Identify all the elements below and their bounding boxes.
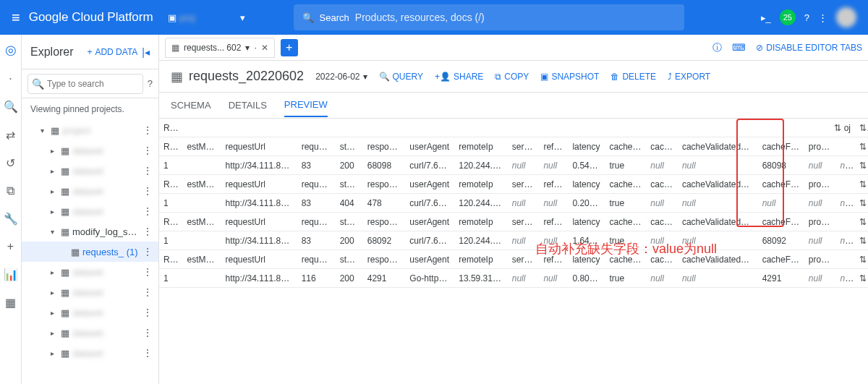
column-header[interactable]: cacheValidatedWithOriginServer	[678, 142, 758, 152]
avatar[interactable]	[836, 7, 856, 27]
search-help-icon[interactable]: ?	[148, 78, 153, 89]
settings-icon[interactable]: 🔧	[4, 212, 18, 226]
column-header[interactable]: cacheHit	[646, 179, 678, 189]
column-header[interactable]: userAgent	[405, 179, 454, 189]
shortcut-icon[interactable]: ⌨	[732, 42, 746, 53]
disable-editor-tabs-button[interactable]: ⊘ DISABLE EDITOR TABS	[756, 43, 862, 53]
column-header[interactable]: responseSize	[363, 142, 406, 152]
more-vert-icon[interactable]: ⋮	[142, 226, 153, 237]
column-header[interactable]: requestSize	[297, 179, 336, 189]
column-header[interactable]: protocol	[804, 255, 836, 265]
history-icon[interactable]: ↺	[6, 156, 15, 170]
column-header[interactable]: cacheLookup	[605, 142, 647, 152]
column-header[interactable]: cacheFillBytes	[758, 217, 804, 227]
new-tab-button[interactable]: +	[281, 39, 298, 56]
column-header[interactable]: ⇅	[855, 179, 868, 189]
sort-icon[interactable]: ⇅	[859, 255, 868, 265]
tab-schema[interactable]: SCHEMA	[171, 94, 211, 116]
column-header[interactable]: requestUrl	[221, 255, 297, 265]
global-search[interactable]: 🔍 Search	[294, 4, 684, 30]
dot-icon[interactable]: ·	[9, 72, 12, 85]
sort-icon[interactable]: ⇅	[859, 236, 868, 246]
column-header[interactable]: responseSize	[363, 217, 406, 227]
column-header[interactable]: latency	[568, 179, 605, 189]
delete-button[interactable]: 🗑 DELETE	[610, 72, 656, 82]
column-header[interactable]: requestSize	[297, 142, 336, 152]
sort-icon[interactable]: ⇅	[859, 161, 868, 171]
more-vert-icon[interactable]: ⋮	[142, 327, 153, 338]
column-header[interactable]: remoteIp	[454, 255, 508, 265]
collapse-panel-icon[interactable]: |◂	[142, 46, 150, 58]
bigquery-icon[interactable]: ◎	[5, 42, 17, 58]
more-vert-icon[interactable]: ⋮	[142, 205, 153, 217]
column-header[interactable]: ⇅	[855, 217, 868, 227]
column-header[interactable]: userAgent	[405, 255, 454, 265]
chevron-down-icon[interactable]: ▾	[245, 43, 250, 53]
more-vert-icon[interactable]: ⋮	[142, 286, 153, 298]
tree-item[interactable]: ▾ ▦ modify_log_schema ⋮	[22, 221, 158, 242]
column-header[interactable]: requestUrl	[221, 142, 297, 152]
add-data-button[interactable]: + ADD DATA	[87, 47, 137, 57]
table-row[interactable]: 1http://34.111.88.222/1.jpeg8320068098cu…	[159, 156, 868, 175]
tree-item[interactable]: ▸ ▦ dataset ⋮	[22, 181, 158, 201]
editor-tab[interactable]: ▦ requests... 602 ▾ · ✕	[165, 38, 275, 58]
column-header[interactable]: cacheValidatedWithOriginServer	[678, 179, 758, 189]
sort-icon[interactable]: ⇅	[859, 217, 868, 227]
add-icon[interactable]: +	[7, 240, 14, 253]
column-header[interactable]: cacheLookup	[605, 217, 647, 227]
column-header[interactable]: responseSize	[363, 179, 406, 189]
tune-icon[interactable]: ⇄	[6, 128, 15, 142]
column-header[interactable]: cacheFillBytes	[758, 142, 804, 152]
tree-item[interactable]: ▸ ▦ dataset ⋮	[22, 161, 158, 181]
column-header[interactable]: cacheHit	[646, 142, 678, 152]
export-button[interactable]: ⤴ EXPORT	[668, 72, 710, 82]
tree-item[interactable]: ▸ ▦ dataset ⋮	[22, 343, 158, 363]
tree-item[interactable]: ▸ ▦ dataset ⋮	[22, 323, 158, 343]
column-header[interactable]: serverIp	[508, 255, 540, 265]
search-rail-icon[interactable]: 🔍	[4, 100, 18, 114]
more-vert-icon[interactable]: ⋮	[142, 165, 153, 176]
column-header[interactable]: Row	[159, 142, 183, 152]
column-header[interactable]: referer	[539, 217, 568, 227]
table-row[interactable]: 1http://34.111.88.222/2.jpeg83404478curl…	[159, 194, 868, 213]
column-header[interactable]: Row	[159, 179, 183, 189]
more-vert-icon[interactable]: ⋮	[142, 307, 153, 318]
column-header[interactable]: remoteIp	[454, 179, 508, 189]
tree-item[interactable]: ▦ requests_ (1) ⋮	[22, 242, 158, 262]
table-row[interactable]: 1http://34.111.88.222/1.jpeg8320068092cu…	[159, 231, 868, 250]
close-tab-icon[interactable]: ✕	[261, 43, 268, 53]
column-header[interactable]: cacheHit	[646, 217, 678, 227]
search-input[interactable]	[355, 12, 676, 23]
column-header[interactable]: requestUrl	[221, 179, 297, 189]
column-header[interactable]: status	[336, 255, 363, 265]
column-header[interactable]: Row	[159, 255, 183, 265]
explorer-search-input[interactable]	[27, 74, 143, 94]
column-header[interactable]: remoteIp	[454, 217, 508, 227]
tab-preview[interactable]: PREVIEW	[284, 93, 328, 117]
partition-date-selector[interactable]: 2022-06-02▾	[315, 72, 367, 82]
tree-item[interactable]: ▾ ▦ project ⋮	[22, 120, 158, 140]
column-header[interactable]: estMethod	[183, 179, 221, 189]
column-header[interactable]: estMethod	[183, 142, 221, 152]
sort-icon[interactable]: ⇅	[859, 273, 868, 283]
sort-icon[interactable]: ⇅	[859, 198, 868, 208]
tab-details[interactable]: DETAILS	[229, 94, 267, 116]
column-header[interactable]: userAgent	[405, 142, 454, 152]
snapshot-button[interactable]: ▣ SNAPSHOT	[540, 72, 599, 82]
column-header[interactable]: status	[336, 217, 363, 227]
tree-item[interactable]: ▸ ▦ dataset ⋮	[22, 282, 158, 302]
sort-icon[interactable]: ⇅	[859, 142, 868, 152]
column-header[interactable]: protocol	[804, 179, 836, 189]
more-vert-icon[interactable]: ⋮	[142, 246, 153, 257]
column-header[interactable]: latency	[568, 142, 605, 152]
column-header[interactable]: status	[336, 142, 363, 152]
info-icon[interactable]: ⓘ	[712, 41, 722, 54]
column-header[interactable]: cacheFillBytes	[758, 255, 804, 265]
column-header[interactable]: estMethod	[183, 217, 221, 227]
chart-icon[interactable]: 📊	[4, 268, 18, 281]
help-icon[interactable]: ?	[804, 12, 809, 23]
column-header[interactable]: referer	[539, 179, 568, 189]
column-header[interactable]: latency	[568, 217, 605, 227]
cloud-shell-icon[interactable]: ▸_	[761, 12, 771, 23]
column-header[interactable]: responseSize	[363, 255, 406, 265]
